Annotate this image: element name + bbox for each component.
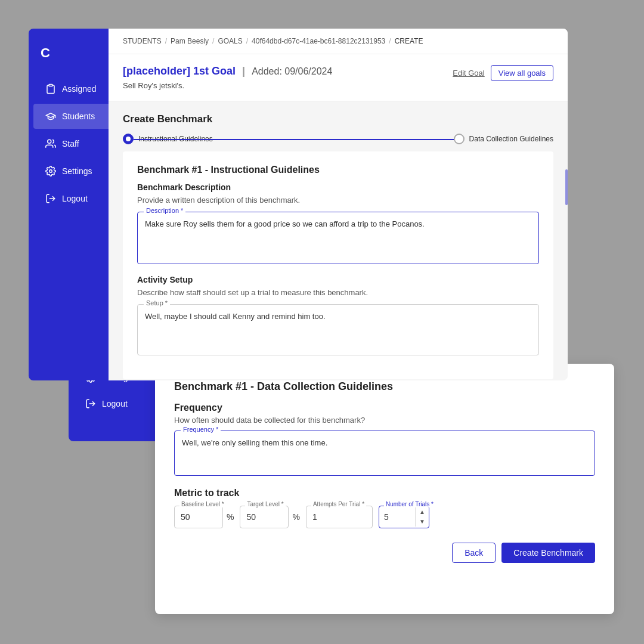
benchmark-content: Benchmark #1 - Instructional Guidelines … <box>123 151 553 379</box>
target-label: Target Level * <box>245 501 285 507</box>
baseline-input[interactable] <box>175 506 222 528</box>
logout-label: Logout <box>62 194 88 203</box>
target-wrap: Target Level * % <box>240 506 299 528</box>
setup-field-container: Setup * <box>137 304 539 355</box>
breadcrumb-id[interactable]: 40f64dbd-d67c-41ae-bc61-8812c2131953 <box>252 37 385 45</box>
attempts-input[interactable] <box>306 506 372 528</box>
breadcrumb-students[interactable]: STUDENTS <box>123 37 162 45</box>
sep1: / <box>165 37 167 45</box>
goal-header: [placeholder] 1st Goal | Added: 09/06/20… <box>109 54 568 101</box>
svg-rect-2 <box>49 85 52 86</box>
frequency-heading: Frequency <box>174 402 595 413</box>
goal-added: Added: 09/06/2024 <box>252 66 332 76</box>
desc-sub: Provide a written description of this be… <box>137 196 539 205</box>
frequency-field-label: Frequency * <box>181 426 221 433</box>
breadcrumb: STUDENTS / Pam Beesly / GOALS / 40f64dbd… <box>109 29 568 54</box>
setup-textarea[interactable] <box>138 305 538 352</box>
assigned-label: Assigned <box>62 84 97 94</box>
benchmark-instruct-title: Benchmark #1 - Instructional Guidelines <box>137 165 539 175</box>
attempts-label: Attempts Per Trial * <box>311 501 366 507</box>
sep2: / <box>212 37 214 45</box>
sep4: / <box>389 37 391 45</box>
frequency-section: Frequency How often should data be colle… <box>174 402 595 476</box>
baseline-label: Baseline Level * <box>179 501 226 507</box>
create-benchmark-title: Create Benchmark <box>123 113 553 125</box>
form-actions: Back Create Benchmark <box>174 543 595 563</box>
trials-decrement[interactable]: ▼ <box>416 517 429 527</box>
attempts-wrap: Attempts Per Trial * <box>306 506 373 528</box>
gear-icon <box>45 166 56 177</box>
data-collection-panel: Benchmark #1 - Data Collection Guideline… <box>155 364 614 614</box>
svg-point-4 <box>49 170 52 173</box>
create-benchmark-button[interactable]: Create Benchmark <box>501 543 595 563</box>
breadcrumb-create: CREATE <box>395 37 423 45</box>
svg-point-3 <box>48 140 51 143</box>
step-dot-1 <box>126 137 131 141</box>
description-field-container: Description * <box>137 212 539 264</box>
stepper: Instructional Guidelines Data Collection… <box>123 134 553 144</box>
sidebar-logout-label-back: Logout <box>102 399 128 408</box>
desc-heading: Benchmark Description <box>137 182 539 192</box>
attempts-field: Attempts Per Trial * <box>306 506 373 528</box>
trials-wrap: Number of Trials * ▲ ▼ <box>379 506 429 528</box>
description-field-label: Description * <box>144 207 185 214</box>
baseline-field: Baseline Level * <box>174 506 223 528</box>
logout-icon-back <box>85 398 96 409</box>
back-button[interactable]: Back <box>452 543 496 563</box>
activity-heading: Activity Setup <box>137 275 539 284</box>
frequency-field: Frequency * <box>174 431 595 476</box>
baseline-wrap: Baseline Level * % <box>174 506 234 528</box>
trials-increment[interactable]: ▲ <box>416 507 429 517</box>
activity-sub: Describe how staff should set up a trial… <box>137 288 539 297</box>
step-data-collection: Data Collection Guidelines <box>454 134 553 144</box>
step-circle-2 <box>454 134 465 144</box>
goal-info: [placeholder] 1st Goal | Added: 09/06/20… <box>123 65 332 90</box>
sep3: / <box>246 37 248 45</box>
step-instructional: Instructional Guidelines <box>123 134 454 144</box>
scrollbar-hint <box>565 169 568 205</box>
spinner-buttons: ▲ ▼ <box>415 507 429 527</box>
activity-section: Activity Setup Describe how staff should… <box>137 275 539 355</box>
breadcrumb-goals[interactable]: GOALS <box>218 37 242 45</box>
goal-title-text: [placeholder] 1st Goal <box>123 65 236 77</box>
create-benchmark-section: Create Benchmark Instructional Guideline… <box>109 101 568 379</box>
metric-row: Baseline Level * % Target Level * % Atte… <box>174 506 595 528</box>
target-input[interactable] <box>240 506 288 528</box>
people-icon <box>45 138 56 149</box>
goal-pipe: | <box>242 65 245 77</box>
goal-actions: Edit Goal View all goals <box>453 65 553 81</box>
step-circle-1 <box>123 134 134 144</box>
step-line-1 <box>134 139 454 140</box>
edit-goal-button[interactable]: Edit Goal <box>453 69 484 78</box>
students-label: Students <box>62 112 95 121</box>
settings-label: Settings <box>62 166 92 176</box>
staff-label: Staff <box>62 139 79 148</box>
view-all-goals-button[interactable]: View all goals <box>491 65 553 81</box>
metric-heading: Metric to track <box>174 488 595 499</box>
setup-field-label: Setup * <box>144 299 170 306</box>
main-panel: STUDENTS / Pam Beesly / GOALS / 40f64dbd… <box>109 29 568 380</box>
clipboard-icon <box>45 83 56 94</box>
graduation-icon <box>45 111 56 122</box>
logout-icon <box>45 193 56 204</box>
description-textarea[interactable] <box>138 212 538 261</box>
frequency-input[interactable] <box>175 431 595 473</box>
goal-title-row: [placeholder] 1st Goal | Added: 09/06/20… <box>123 65 332 78</box>
target-pct: % <box>292 512 299 522</box>
baseline-pct: % <box>227 512 234 522</box>
goal-description: Sell Roy's jetski's. <box>123 81 332 90</box>
trials-field: Number of Trials * ▲ ▼ <box>379 506 429 528</box>
data-collection-title: Benchmark #1 - Data Collection Guideline… <box>174 380 595 393</box>
breadcrumb-pam[interactable]: Pam Beesly <box>171 37 209 45</box>
trials-label: Number of Trials * <box>384 501 435 507</box>
trials-input[interactable] <box>379 506 415 528</box>
frequency-desc: How often should data be collected for t… <box>174 416 595 425</box>
step-label-2: Data Collection Guidelines <box>469 135 553 143</box>
target-field: Target Level * <box>240 506 289 528</box>
